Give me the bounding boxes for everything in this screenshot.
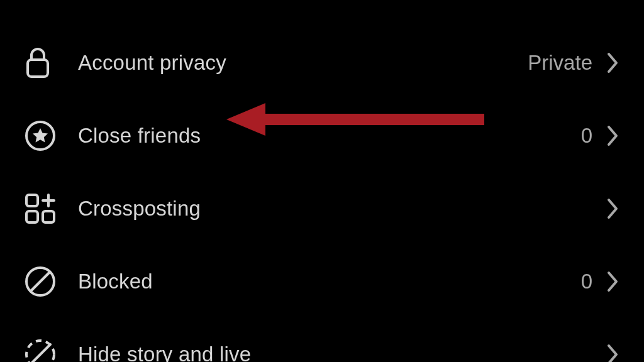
lock-icon	[24, 47, 78, 79]
chevron-right-icon	[606, 197, 620, 220]
svg-rect-0	[28, 60, 48, 77]
settings-item-blocked[interactable]: Blocked 0	[24, 245, 620, 318]
item-value: 0	[581, 124, 592, 148]
settings-item-account-privacy[interactable]: Account privacy Private	[24, 26, 620, 99]
item-label: Crossposting	[78, 197, 606, 221]
item-label: Blocked	[78, 270, 581, 293]
block-icon	[24, 265, 78, 298]
chevron-right-icon	[606, 270, 620, 293]
hide-story-icon	[24, 338, 78, 362]
item-value: 0	[581, 270, 592, 293]
settings-item-crossposting[interactable]: Crossposting	[24, 172, 620, 245]
crosspost-icon	[24, 192, 78, 225]
svg-rect-3	[26, 211, 38, 222]
svg-line-10	[30, 344, 50, 362]
chevron-right-icon	[606, 52, 620, 74]
star-circle-icon	[24, 119, 78, 152]
chevron-right-icon	[606, 343, 620, 362]
item-label: Hide story and live	[78, 343, 606, 362]
item-value: Private	[528, 51, 592, 75]
chevron-right-icon	[606, 124, 620, 147]
svg-line-8	[31, 272, 50, 291]
settings-item-hide-story-live[interactable]: Hide story and live	[24, 318, 620, 362]
item-label: Account privacy	[78, 51, 528, 75]
svg-rect-2	[26, 195, 38, 206]
item-label: Close friends	[78, 124, 581, 148]
settings-list: Account privacy Private Close friends 0	[0, 0, 644, 362]
svg-rect-4	[43, 211, 54, 222]
settings-item-close-friends[interactable]: Close friends 0	[24, 99, 620, 172]
